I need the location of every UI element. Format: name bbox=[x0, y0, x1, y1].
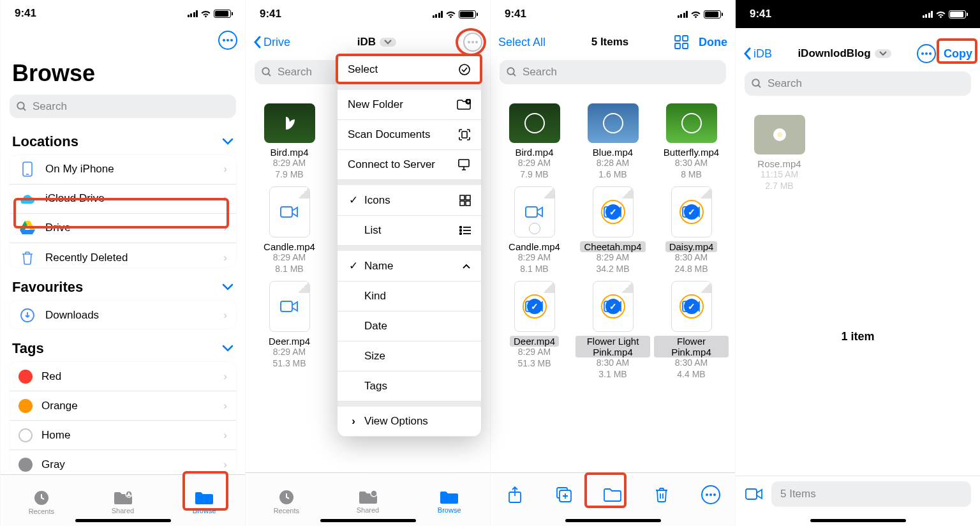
svg-point-3 bbox=[17, 102, 24, 109]
more-icon[interactable] bbox=[917, 44, 936, 63]
location-icloud-drive[interactable]: iCloud Drive › bbox=[10, 184, 236, 214]
file-rose: Rose.mp4 11:15 AM 2.7 MB bbox=[742, 115, 817, 192]
back-button[interactable]: Drive bbox=[253, 36, 290, 49]
favourite-downloads[interactable]: Downloads › bbox=[10, 301, 236, 329]
tab-browse[interactable]: Browse bbox=[163, 475, 245, 526]
search-input[interactable]: Search bbox=[500, 60, 726, 84]
tag-gray[interactable]: Gray› bbox=[10, 450, 236, 474]
phone-2-idb-menu: 9:41 Drive iDB Search Bird.mp4 8:29 AM 7… bbox=[245, 0, 490, 526]
svg-point-56 bbox=[929, 52, 932, 55]
move-button[interactable] bbox=[595, 482, 630, 507]
tag-red[interactable]: Red› bbox=[10, 362, 236, 391]
tags-header[interactable]: Tags bbox=[1, 331, 245, 359]
tag-orange[interactable]: Orange› bbox=[10, 391, 236, 421]
file-item[interactable]: ✓Flower Pink.mp48:30 AM4.4 MB bbox=[654, 281, 729, 380]
home-indicator bbox=[75, 519, 171, 522]
location-on-my-iphone[interactable]: On My iPhone › bbox=[10, 155, 236, 184]
menu-scan-documents[interactable]: Scan Documents bbox=[338, 120, 481, 150]
search-input[interactable]: Search bbox=[745, 71, 971, 96]
file-item[interactable]: Candle.mp48:29 AM8.1 MB bbox=[497, 186, 572, 274]
svg-point-57 bbox=[752, 79, 759, 86]
done-button[interactable]: Done bbox=[699, 36, 727, 49]
svg-point-35 bbox=[460, 233, 462, 235]
menu-sort-date[interactable]: Date bbox=[338, 312, 481, 342]
folder-icon bbox=[603, 487, 622, 502]
svg-point-17 bbox=[262, 68, 269, 75]
file-grid: Rose.mp4 11:15 AM 2.7 MB bbox=[736, 102, 980, 198]
nav-bar: Drive iDB bbox=[246, 28, 490, 56]
tag-dot-icon bbox=[19, 458, 33, 472]
menu-sort-size[interactable]: Size bbox=[338, 342, 481, 372]
menu-view-icons[interactable]: ✓Icons bbox=[338, 185, 481, 216]
file-item[interactable]: Butterfly.mp48:30 AM8 MB bbox=[654, 103, 729, 180]
destination-field[interactable]: 5 Items bbox=[771, 481, 971, 507]
location-drive[interactable]: Drive › bbox=[10, 214, 236, 243]
more-icon[interactable] bbox=[463, 33, 482, 52]
trash-icon bbox=[655, 486, 669, 503]
chevron-down-icon bbox=[875, 49, 891, 58]
svg-point-54 bbox=[921, 52, 924, 55]
file-item[interactable]: Blue.mp48:28 AM1.6 MB bbox=[575, 103, 650, 180]
delete-button[interactable] bbox=[644, 482, 679, 507]
trash-icon bbox=[19, 251, 36, 265]
copy-button[interactable]: Copy bbox=[944, 47, 972, 61]
locations-header[interactable]: Locations bbox=[1, 124, 245, 153]
search-input[interactable]: Search bbox=[10, 94, 236, 117]
chevron-right-icon: › bbox=[348, 415, 359, 428]
tab-recents[interactable]: Recents bbox=[1, 475, 82, 526]
tag-dot-icon bbox=[19, 370, 33, 384]
tab-bar: Recents Shared Browse bbox=[246, 472, 490, 526]
status-bar: 9:41 bbox=[246, 0, 490, 28]
tag-home[interactable]: Home› bbox=[10, 421, 236, 450]
chevron-down-icon bbox=[222, 138, 234, 146]
more-icon[interactable] bbox=[218, 31, 237, 50]
favourites-header[interactable]: Favourites bbox=[1, 270, 245, 298]
file-name: Candle.mp4 bbox=[506, 241, 563, 252]
tab-bar: Recents Shared Browse bbox=[1, 474, 245, 526]
file-item[interactable]: Bird.mp48:29 AM7.9 MB bbox=[497, 103, 572, 180]
location-recently-deleted[interactable]: Recently Deleted › bbox=[10, 243, 236, 267]
menu-new-folder[interactable]: New Folder bbox=[338, 90, 481, 120]
folder-title[interactable]: iDownlodBlog bbox=[798, 47, 891, 60]
file-item[interactable]: ✓Flower Light Pink.mp48:30 AM3.1 MB bbox=[575, 281, 650, 380]
select-all-button[interactable]: Select All bbox=[498, 36, 546, 49]
tag-dot-icon bbox=[19, 399, 33, 413]
menu-sort-kind[interactable]: Kind bbox=[338, 282, 481, 312]
file-item[interactable]: ✓Cheetah.mp48:29 AM34.2 MB bbox=[575, 186, 650, 274]
file-candle[interactable]: Candle.mp4 8:29 AM 8.1 MB bbox=[252, 186, 327, 274]
file-item[interactable]: ✓Deer.mp48:29 AM51.3 MB bbox=[497, 281, 572, 380]
video-thumb bbox=[509, 103, 560, 143]
file-bird[interactable]: Bird.mp4 8:29 AM 7.9 MB bbox=[252, 103, 327, 180]
menu-sort-tags[interactable]: Tags bbox=[338, 372, 481, 402]
video-icon[interactable] bbox=[745, 486, 764, 502]
file-grid: Bird.mp48:29 AM7.9 MBBlue.mp48:28 AM1.6 … bbox=[491, 91, 735, 386]
home-indicator bbox=[565, 519, 661, 522]
list-icon bbox=[459, 226, 471, 235]
file-deer[interactable]: Deer.mp4 8:29 AM 51.3 MB bbox=[252, 281, 327, 380]
svg-point-1 bbox=[226, 39, 229, 41]
share-button[interactable] bbox=[498, 482, 532, 507]
duplicate-button[interactable] bbox=[547, 482, 581, 507]
tab-shared[interactable]: Shared bbox=[327, 473, 409, 526]
menu-sort-name[interactable]: ✓Name bbox=[338, 251, 481, 282]
menu-connect-to-server[interactable]: Connect to Server bbox=[338, 150, 481, 180]
grid-view-icon[interactable] bbox=[674, 35, 688, 49]
file-name: Bird.mp4 bbox=[512, 147, 556, 158]
file-name: Daisy.mp4 bbox=[665, 241, 718, 252]
more-button[interactable] bbox=[694, 482, 728, 507]
back-button[interactable]: iDB bbox=[743, 47, 772, 61]
file-item[interactable]: ✓Daisy.mp48:30 AM24.8 MB bbox=[654, 186, 729, 274]
chevron-down-icon bbox=[222, 345, 234, 352]
menu-view-list[interactable]: List bbox=[338, 216, 481, 246]
download-icon bbox=[19, 308, 36, 323]
battery-icon bbox=[214, 10, 231, 18]
menu-view-options[interactable]: ›View Options bbox=[338, 407, 481, 437]
svg-rect-28 bbox=[466, 195, 470, 200]
menu-select[interactable]: Select bbox=[338, 55, 481, 85]
svg-point-22 bbox=[371, 490, 377, 497]
tab-browse[interactable]: Browse bbox=[408, 473, 490, 526]
tab-recents[interactable]: Recents bbox=[246, 473, 327, 526]
folder-title[interactable]: iDB bbox=[357, 36, 396, 49]
grid-icon bbox=[459, 195, 471, 206]
cloud-icon bbox=[19, 193, 36, 204]
